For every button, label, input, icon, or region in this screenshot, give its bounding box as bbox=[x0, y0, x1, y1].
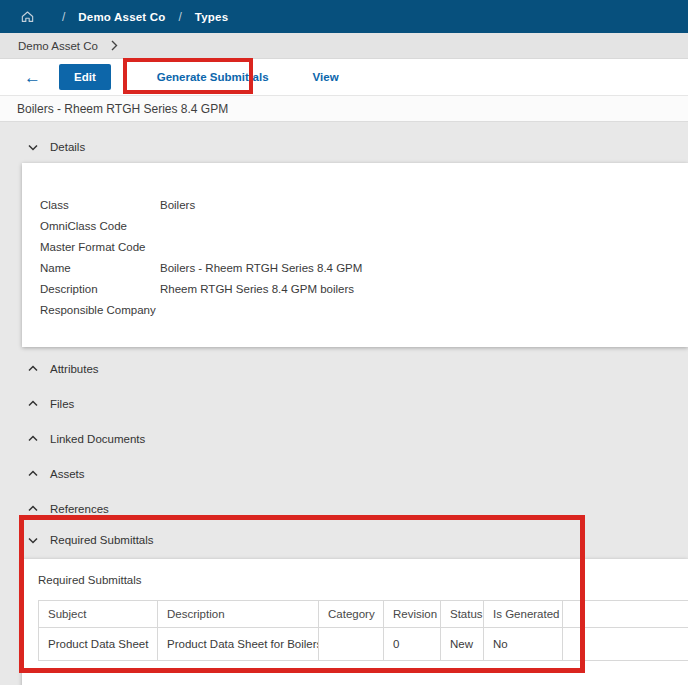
field-label: Responsible Company bbox=[40, 304, 160, 316]
required-submittals-table-title: Required Submittals bbox=[38, 574, 688, 586]
field-value: Rheem RTGH Series 8.4 GPM boilers bbox=[160, 283, 688, 295]
column-header-empty bbox=[563, 601, 688, 628]
edit-button[interactable]: Edit bbox=[59, 64, 111, 90]
chevron-up-icon bbox=[28, 470, 38, 477]
secondary-breadcrumb-bar: Demo Asset Co bbox=[0, 33, 688, 59]
section-label: Details bbox=[50, 141, 85, 153]
chevron-right-icon bbox=[111, 40, 118, 51]
collapsed-sections: Attributes Files Linked Documents Assets bbox=[0, 351, 688, 526]
column-header-description: Description bbox=[158, 601, 319, 628]
toolbar: ← Edit Generate Submittals View bbox=[0, 59, 688, 95]
field-label: Class bbox=[40, 199, 160, 211]
title-band: Boilers - Rheem RTGH Series 8.4 GPM bbox=[0, 95, 688, 122]
section-header-linked-documents[interactable]: Linked Documents bbox=[0, 421, 688, 456]
column-header-revision: Revision bbox=[384, 601, 441, 628]
app-window: / Demo Asset Co / Types Demo Asset Co ← … bbox=[0, 0, 688, 685]
chevron-up-icon bbox=[28, 435, 38, 442]
cell-is-generated: No bbox=[484, 628, 563, 661]
table-row[interactable]: Product Data Sheet Product Data Sheet fo… bbox=[39, 628, 688, 661]
cell-revision: 0 bbox=[384, 628, 441, 661]
field-label: OmniClass Code bbox=[40, 220, 160, 232]
table-header-row: Subject Description Category Revision St… bbox=[39, 601, 688, 628]
column-header-category: Category bbox=[319, 601, 384, 628]
field-value: Boilers bbox=[160, 199, 688, 211]
subnav-demo-asset-co[interactable]: Demo Asset Co bbox=[18, 40, 98, 52]
field-label: Master Format Code bbox=[40, 241, 160, 253]
chevron-up-icon bbox=[28, 400, 38, 407]
required-submittals-card: Required Submittals Subject Description … bbox=[22, 559, 688, 685]
page-title: Boilers - Rheem RTGH Series 8.4 GPM bbox=[17, 102, 228, 116]
section-label: Linked Documents bbox=[50, 433, 145, 445]
toolbar-divider bbox=[124, 63, 125, 91]
breadcrumb-separator: / bbox=[62, 10, 65, 24]
section-label: Attributes bbox=[50, 363, 99, 375]
column-header-subject: Subject bbox=[39, 601, 158, 628]
chevron-up-icon bbox=[28, 365, 38, 372]
cell-subject: Product Data Sheet bbox=[39, 628, 158, 661]
cell-empty bbox=[563, 628, 688, 661]
breadcrumb-types[interactable]: Types bbox=[195, 11, 228, 23]
section-header-attributes[interactable]: Attributes bbox=[0, 351, 688, 386]
details-card: Class Boilers OmniClass Code Master Form… bbox=[22, 163, 688, 347]
top-navbar: / Demo Asset Co / Types bbox=[0, 0, 688, 33]
section-header-assets[interactable]: Assets bbox=[0, 456, 688, 491]
back-button[interactable]: ← bbox=[24, 69, 41, 86]
field-row-responsible-company: Responsible Company bbox=[40, 299, 688, 320]
section-header-details[interactable]: Details bbox=[0, 139, 688, 155]
column-header-is-generated: Is Generated bbox=[484, 601, 563, 628]
field-label: Name bbox=[40, 262, 160, 274]
column-header-status: Status bbox=[441, 601, 484, 628]
section-header-references[interactable]: References bbox=[0, 491, 688, 526]
field-label: Description bbox=[40, 283, 160, 295]
cell-description: Product Data Sheet for Boilers bbox=[158, 628, 319, 661]
content-area: Details Class Boilers OmniClass Code Mas… bbox=[0, 139, 688, 685]
section-label: Required Submittals bbox=[50, 534, 154, 546]
field-row-omniclass-code: OmniClass Code bbox=[40, 215, 688, 236]
field-row-master-format-code: Master Format Code bbox=[40, 236, 688, 257]
chevron-up-icon bbox=[28, 505, 38, 512]
chevron-down-icon bbox=[28, 144, 38, 151]
field-value: Boilers - Rheem RTGH Series 8.4 GPM bbox=[160, 262, 688, 274]
section-label: Assets bbox=[50, 468, 85, 480]
required-submittals-table: Subject Description Category Revision St… bbox=[38, 600, 688, 661]
section-header-required-submittals[interactable]: Required Submittals bbox=[0, 532, 688, 548]
cell-category bbox=[319, 628, 384, 661]
field-row-description: Description Rheem RTGH Series 8.4 GPM bo… bbox=[40, 278, 688, 299]
view-button[interactable]: View bbox=[313, 71, 339, 83]
breadcrumb-demo-asset-co[interactable]: Demo Asset Co bbox=[78, 11, 165, 23]
section-label: References bbox=[50, 503, 109, 515]
home-icon[interactable] bbox=[20, 9, 35, 24]
breadcrumb-separator: / bbox=[179, 10, 182, 24]
generate-submittals-button[interactable]: Generate Submittals bbox=[149, 63, 277, 91]
section-header-files[interactable]: Files bbox=[0, 386, 688, 421]
chevron-down-icon bbox=[28, 537, 38, 544]
section-label: Files bbox=[50, 398, 74, 410]
cell-status: New bbox=[441, 628, 484, 661]
field-row-name: Name Boilers - Rheem RTGH Series 8.4 GPM bbox=[40, 257, 688, 278]
field-row-class: Class Boilers bbox=[40, 194, 688, 215]
